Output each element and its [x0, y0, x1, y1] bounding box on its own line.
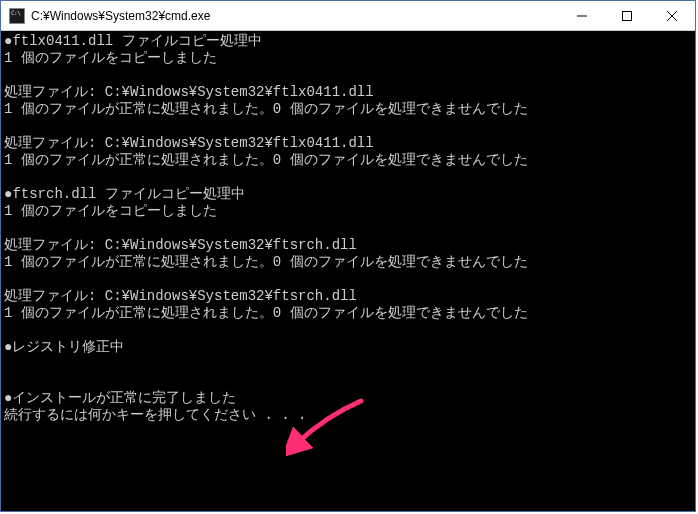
terminal-line	[4, 356, 692, 373]
cmd-window: C:¥Windows¥System32¥cmd.exe ●ftlx0411.dl…	[0, 0, 696, 512]
terminal-line: ●レジストリ修正中	[4, 339, 692, 356]
window-title: C:¥Windows¥System32¥cmd.exe	[31, 9, 210, 23]
terminal-line: 1 個のファイルが正常に処理されました。0 個のファイルを処理できませんでした	[4, 152, 692, 169]
terminal-line: 続行するには何かキーを押してください . . .	[4, 407, 692, 424]
terminal-line: 処理ファイル: C:¥Windows¥System32¥ftlx0411.dll	[4, 135, 692, 152]
maximize-button[interactable]	[604, 1, 649, 30]
terminal-line: 1 個のファイルが正常に処理されました。0 個のファイルを処理できませんでした	[4, 305, 692, 322]
terminal-line: 処理ファイル: C:¥Windows¥System32¥ftsrch.dll	[4, 237, 692, 254]
close-icon	[667, 11, 677, 21]
maximize-icon	[622, 11, 632, 21]
minimize-icon	[577, 11, 587, 21]
minimize-button[interactable]	[559, 1, 604, 30]
terminal-line: 1 個のファイルをコピーしました	[4, 203, 692, 220]
terminal-line: 処理ファイル: C:¥Windows¥System32¥ftsrch.dll	[4, 288, 692, 305]
terminal-line	[4, 220, 692, 237]
terminal-output[interactable]: ●ftlx0411.dll ファイルコピー処理中1 個のファイルをコピーしました…	[1, 31, 695, 511]
terminal-line	[4, 322, 692, 339]
terminal-line: ●ftsrch.dll ファイルコピー処理中	[4, 186, 692, 203]
terminal-line	[4, 271, 692, 288]
terminal-line: 1 個のファイルが正常に処理されました。0 個のファイルを処理できませんでした	[4, 254, 692, 271]
terminal-line: ●インストールが正常に完了しました	[4, 390, 692, 407]
terminal-line	[4, 67, 692, 84]
svg-rect-1	[622, 11, 631, 20]
terminal-line	[4, 169, 692, 186]
title-bar[interactable]: C:¥Windows¥System32¥cmd.exe	[1, 1, 695, 31]
cmd-icon	[9, 8, 25, 24]
terminal-line	[4, 373, 692, 390]
terminal-line: 1 個のファイルが正常に処理されました。0 個のファイルを処理できませんでした	[4, 101, 692, 118]
terminal-line	[4, 118, 692, 135]
terminal-line: ●ftlx0411.dll ファイルコピー処理中	[4, 33, 692, 50]
terminal-line: 処理ファイル: C:¥Windows¥System32¥ftlx0411.dll	[4, 84, 692, 101]
close-button[interactable]	[649, 1, 695, 30]
terminal-line: 1 個のファイルをコピーしました	[4, 50, 692, 67]
